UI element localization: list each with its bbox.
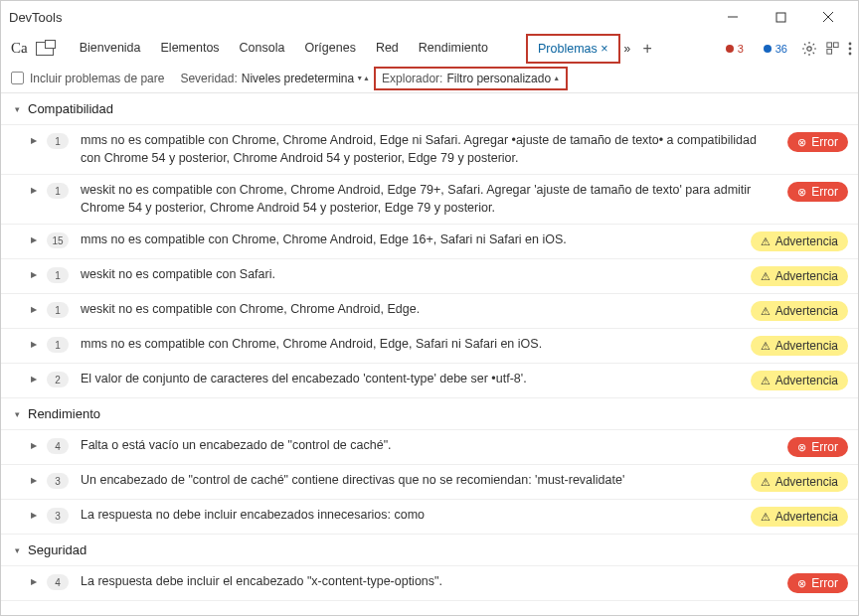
minimize-button[interactable]	[711, 3, 755, 31]
issue-row[interactable]: ▶1weskit no es compatible con Chrome, Ch…	[1, 294, 858, 329]
close-button[interactable]	[806, 3, 850, 31]
section-header[interactable]: ▾Rendimiento	[1, 398, 858, 430]
window-controls	[711, 3, 850, 31]
warning-icon: ⚠	[761, 305, 771, 318]
section-header[interactable]: ▾Seguridad	[1, 535, 858, 566]
inspect-toggle[interactable]: Ca	[7, 38, 32, 59]
browser-label: Explorador:	[382, 72, 442, 85]
tab-label: Problemas ×	[538, 42, 608, 56]
include-label: Incluir problemas de pare	[30, 72, 164, 85]
tab-bienvenida[interactable]: Bienvenida	[70, 33, 151, 63]
device-toggle-icon[interactable]	[36, 42, 54, 56]
issue-row[interactable]: ▶4Falta o está vacío un encabezado de "c…	[1, 430, 858, 465]
status-label: Error	[811, 135, 838, 149]
tab-label: Red	[376, 41, 399, 55]
browser-filter[interactable]: Explorador: Filtro personalizado ▲	[374, 67, 568, 90]
count-badge: 1	[47, 267, 69, 283]
count-badge: 1	[47, 183, 69, 199]
issue-text: Un encabezado de "control de caché" cont…	[81, 472, 751, 490]
info-dot-icon	[764, 45, 772, 53]
issue-row[interactable]: ▶4La respuesta debe incluir el encabezad…	[1, 566, 858, 601]
tab-rendimiento[interactable]: Rendimiento	[409, 33, 498, 63]
checkbox-icon	[11, 72, 24, 84]
status-label: Advertencia	[775, 475, 838, 489]
warning-icon: ⚠	[761, 476, 771, 489]
chevron-right-icon[interactable]: ▶	[31, 441, 37, 450]
issue-row[interactable]: ▶1weskit no es compatible con Safari.⚠Ad…	[1, 259, 858, 294]
error-count: 3	[738, 43, 744, 55]
status-label: Advertencia	[775, 234, 838, 248]
chevron-right-icon[interactable]: ▶	[31, 511, 37, 520]
issue-row[interactable]: ▶1mms no es compatible con Chrome, Chrom…	[1, 329, 858, 364]
tab-consola[interactable]: Consola	[230, 33, 295, 63]
tab-label: Rendimiento	[419, 41, 488, 55]
toolbar-right: 3 36	[720, 41, 852, 57]
chevron-right-icon[interactable]: ▶	[31, 577, 37, 586]
settings-gear-icon[interactable]	[801, 41, 817, 57]
add-tab-button[interactable]: +	[636, 40, 658, 58]
error-dot-icon	[726, 45, 734, 53]
status-label: Advertencia	[775, 510, 838, 524]
window-titlebar: DevTools	[1, 1, 858, 33]
info-count-chip[interactable]: 36	[758, 41, 793, 57]
status-label: Advertencia	[775, 269, 838, 283]
info-count: 36	[775, 43, 787, 55]
status-label: Advertencia	[775, 339, 838, 353]
include-third-party-checkbox[interactable]: Incluir problemas de pare	[11, 72, 164, 85]
chevron-right-icon[interactable]: ▶	[31, 136, 37, 145]
issue-row[interactable]: ▶15mms no es compatible con Chrome, Chro…	[1, 225, 858, 259]
section-title: Compatibilidad	[28, 101, 113, 116]
customize-layout-icon[interactable]	[825, 41, 840, 56]
status-badge: ⚠Advertencia	[751, 231, 848, 251]
maximize-button[interactable]	[759, 3, 802, 31]
issue-row[interactable]: ▶1mms no es compatible con Chrome, Chrom…	[1, 125, 858, 175]
issue-row[interactable]: ▶1weskit no es compatible con Chrome, Ch…	[1, 175, 858, 225]
chevron-right-icon[interactable]: ▶	[31, 476, 37, 485]
panel-tabs: BienvenidaElementosConsolaOrígenesRedRen…	[70, 33, 498, 64]
count-badge: 1	[47, 337, 69, 353]
error-icon: ⊗	[797, 441, 806, 454]
severity-filter[interactable]: Severidad: Niveles predetermina ▼▲	[180, 72, 370, 85]
warning-icon: ⚠	[761, 511, 771, 524]
svg-rect-1	[776, 13, 785, 22]
status-badge: ⊗Error	[787, 437, 848, 457]
tab-problemas[interactable]: Problemas ×	[526, 34, 620, 64]
kebab-menu-icon[interactable]	[848, 42, 852, 56]
chevron-down-icon: ▾	[15, 409, 20, 419]
chevron-down-icon: ▾	[15, 104, 20, 114]
tab-label: Consola	[240, 41, 285, 55]
status-badge: ⚠Advertencia	[751, 301, 848, 321]
section-title: Rendimiento	[28, 406, 100, 421]
status-label: Error	[811, 185, 838, 199]
issue-text: mms no es compatible con Chrome, Chrome …	[81, 231, 751, 249]
issue-text: weskit no es compatible con Chrome, Chro…	[81, 182, 787, 217]
status-badge: ⚠Advertencia	[751, 507, 848, 527]
warning-icon: ⚠	[761, 270, 771, 283]
issues-list[interactable]: ▾Compatibilidad▶1mms no es compatible co…	[1, 93, 858, 616]
tab-red[interactable]: Red	[366, 33, 409, 63]
chevron-down-icon: ▾	[15, 545, 20, 555]
status-label: Advertencia	[775, 374, 838, 387]
issue-text: weskit no es compatible con Chrome, Chro…	[81, 301, 751, 319]
tab-elementos[interactable]: Elementos	[151, 33, 230, 63]
warning-icon: ⚠	[761, 235, 771, 248]
chevron-right-icon[interactable]: ▶	[31, 235, 37, 244]
chevron-right-icon[interactable]: ▶	[31, 375, 37, 384]
chevron-right-icon[interactable]: ▶	[31, 340, 37, 349]
issue-row[interactable]: ▶2El valor de conjunto de caracteres del…	[1, 364, 858, 398]
window-title: DevTools	[9, 10, 62, 25]
issue-row[interactable]: ▶3Un encabezado de "control de caché" co…	[1, 465, 858, 500]
status-badge: ⊗Error	[787, 182, 848, 202]
chevron-right-icon[interactable]: ▶	[31, 186, 37, 195]
svg-point-4	[807, 46, 811, 50]
error-icon: ⊗	[797, 577, 806, 590]
more-tabs-chevron-icon[interactable]: »	[624, 42, 631, 56]
chevron-right-icon[interactable]: ▶	[31, 305, 37, 314]
issue-text: mms no es compatible con Chrome, Chrome …	[81, 132, 787, 167]
issue-row[interactable]: ▶3La respuesta no debe incluir encabezad…	[1, 500, 858, 535]
chevron-right-icon[interactable]: ▶	[31, 270, 37, 279]
error-count-chip[interactable]: 3	[720, 41, 750, 57]
tab-orígenes[interactable]: Orígenes	[294, 33, 365, 63]
section-header[interactable]: ▾Compatibilidad	[1, 93, 858, 125]
svg-rect-7	[827, 49, 832, 54]
